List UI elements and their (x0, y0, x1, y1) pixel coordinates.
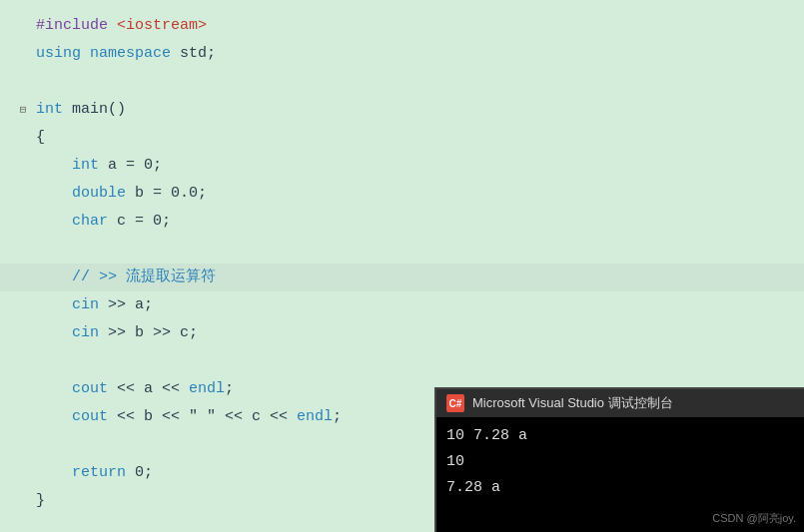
code-text: cout << b << " " << c << endl; (30, 403, 342, 431)
code-line (0, 347, 804, 375)
terminal-icon: C# (446, 394, 464, 412)
terminal-line: 10 (446, 449, 794, 475)
code-line: double b = 0.0; (0, 180, 804, 208)
code-text: using namespace std; (30, 40, 216, 68)
code-text: } (30, 487, 45, 515)
code-text: cin >> b >> c; (30, 319, 198, 347)
token: endl (189, 380, 225, 397)
token: << b << " (117, 408, 198, 425)
code-text: { (30, 124, 45, 152)
token: () (108, 101, 126, 118)
code-line: cin >> b >> c; (0, 319, 804, 347)
code-line: // >> 流提取运算符 (0, 264, 804, 291)
token: >> b >> c; (108, 324, 198, 341)
code-line: int a = 0; (0, 152, 804, 180)
token: cout (72, 380, 117, 397)
code-text: cin >> a; (30, 291, 153, 319)
token: { (36, 129, 45, 146)
token: <iostream> (117, 17, 207, 34)
token: int (36, 101, 72, 118)
token: return (72, 464, 135, 481)
line-fold[interactable]: ⊟ (16, 96, 30, 124)
code-line: char c = 0; (0, 208, 804, 236)
token: 0; (135, 464, 153, 481)
token: main (72, 101, 108, 118)
token: " << c << (207, 408, 297, 425)
token: cin (72, 296, 108, 313)
token: using (36, 45, 90, 62)
token: ; (333, 408, 342, 425)
token: int (72, 157, 108, 174)
terminal-line: 10 7.28 a (446, 423, 794, 449)
code-text: int main() (30, 96, 126, 124)
code-text: // >> 流提取运算符 (30, 264, 216, 291)
code-text: return 0; (30, 459, 153, 487)
terminal-body: 10 7.28 a107.28 a CSDN @阿亮joy. (436, 417, 804, 532)
code-text: cout << a << endl; (30, 375, 234, 403)
code-line: cin >> a; (0, 291, 804, 319)
token (198, 408, 207, 425)
token: #include (36, 17, 117, 34)
token: } (36, 492, 45, 509)
code-line (0, 68, 804, 96)
token: cin (72, 324, 108, 341)
token: // >> 流提取运算符 (72, 268, 216, 285)
code-line: ⊟int main() (0, 96, 804, 124)
token: c = 0; (117, 213, 171, 230)
terminal-line: 7.28 a (446, 475, 794, 501)
code-text: int a = 0; (30, 152, 162, 180)
code-line: #include <iostream> (0, 12, 804, 40)
token: cout (72, 408, 117, 425)
editor-area: #include <iostream>using namespace std;⊟… (0, 0, 804, 532)
watermark: CSDN @阿亮joy. (712, 511, 796, 526)
terminal-titlebar: C# Microsoft Visual Studio 调试控制台 (436, 389, 804, 417)
token: endl (297, 408, 333, 425)
terminal-overlay: C# Microsoft Visual Studio 调试控制台 10 7.28… (434, 387, 804, 532)
token: ; (207, 45, 216, 62)
token: a = 0; (108, 157, 162, 174)
token: >> a; (108, 296, 153, 313)
terminal-title: Microsoft Visual Studio 调试控制台 (472, 394, 673, 412)
token: << a << (117, 380, 189, 397)
token: namespace (90, 45, 180, 62)
code-line: { (0, 124, 804, 152)
token: double (72, 185, 135, 202)
token: b = 0.0; (135, 185, 207, 202)
token: std (180, 45, 207, 62)
code-line: using namespace std; (0, 40, 804, 68)
token: ; (225, 380, 234, 397)
code-text: #include <iostream> (30, 12, 207, 40)
token: char (72, 213, 117, 230)
code-text: double b = 0.0; (30, 180, 207, 208)
code-text: char c = 0; (30, 208, 171, 236)
code-line (0, 236, 804, 264)
